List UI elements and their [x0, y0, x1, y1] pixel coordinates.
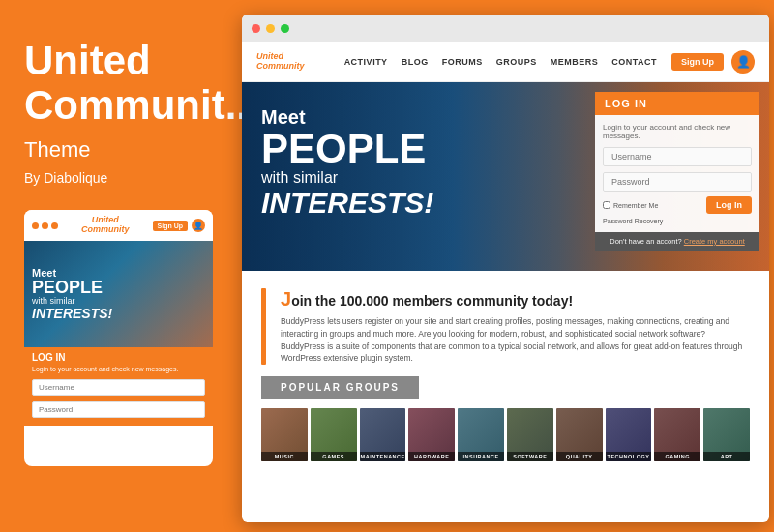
hero-section: Meet PEOPLE with similar INTERESTS! LOG … [242, 82, 769, 271]
mobile-preview: United Community Sign Up 👤 Meet PEOPLE w… [24, 210, 213, 466]
login-footer: Don't have an accont? Create my account [595, 232, 759, 251]
group-technology[interactable]: TECHNOLOGY [606, 408, 652, 461]
join-text: Join the 100.000 members community today… [281, 288, 750, 365]
group-music[interactable]: MUSIC [261, 408, 308, 461]
popular-section: POPULAR GROUPS MUSIC GAMES MAINTENANCE H… [242, 376, 769, 471]
login-desc: Login to your account and check new mess… [603, 123, 752, 140]
group-gaming[interactable]: GAMING [654, 408, 700, 461]
login-button[interactable]: Log In [706, 196, 752, 214]
join-accent [261, 288, 266, 365]
site-nav: United Community ACTIVITY BLOG FORUMS GR… [242, 42, 769, 82]
mobile-nav: Sign Up 👤 [153, 219, 205, 232]
browser-bar [242, 15, 769, 42]
password-input[interactable] [603, 172, 752, 192]
join-section: Join the 100.000 members community today… [242, 271, 769, 376]
dot-red[interactable] [252, 24, 260, 33]
mobile-hero: Meet PEOPLE with similar INTERESTS! [24, 241, 213, 347]
nav-contact[interactable]: CONTACT [611, 57, 657, 67]
create-account-link[interactable]: Create my account [684, 237, 745, 246]
join-title: Join the 100.000 members community today… [281, 288, 750, 310]
browser-preview: United Community ACTIVITY BLOG FORUMS GR… [242, 15, 769, 522]
nav-links: ACTIVITY BLOG FORUMS GROUPS MEMBERS CONT… [344, 57, 657, 67]
nav-forums[interactable]: FORUMS [442, 57, 483, 67]
dot-yellow[interactable] [266, 24, 275, 33]
mobile-dots [32, 222, 58, 229]
groups-grid: MUSIC GAMES MAINTENANCE HARDWARE INSURAN… [261, 408, 750, 461]
group-hardware[interactable]: HARDWARE [408, 408, 455, 461]
username-input[interactable] [603, 147, 752, 166]
nav-activity[interactable]: ACTIVITY [344, 57, 388, 67]
nav-groups[interactable]: GROUPS [496, 57, 537, 67]
nav-members[interactable]: MEMBERS [551, 57, 599, 67]
theme-title: United Communit.. [24, 39, 213, 128]
signup-button[interactable]: Sign Up [671, 53, 724, 71]
group-art[interactable]: ART [703, 408, 750, 461]
group-maintenance[interactable]: MAINTENANCE [360, 408, 406, 461]
left-panel: United Communit.. Theme By Diabolique Un… [0, 0, 237, 532]
nav-blog[interactable]: BLOG [402, 57, 429, 67]
join-desc: BuddyPress lets users register on your s… [281, 315, 750, 365]
mobile-password-input[interactable] [32, 401, 205, 418]
mobile-username-input[interactable] [32, 379, 205, 396]
mobile-signup[interactable]: Sign Up [153, 221, 188, 231]
password-recovery[interactable]: Password Recovery [603, 218, 752, 224]
login-box-title: LOG IN [595, 92, 759, 115]
login-box-body: Login to your account and check new mess… [595, 115, 759, 232]
remember-me-checkbox[interactable] [603, 201, 610, 209]
login-box: LOG IN Login to your account and check n… [595, 92, 759, 251]
mobile-login-box: LOG IN Login to your account and check n… [24, 347, 213, 426]
theme-label: Theme [24, 137, 213, 163]
login-row: Remember Me Log In [603, 196, 752, 214]
group-games[interactable]: GAMES [311, 408, 357, 461]
user-icon[interactable]: 👤 [731, 50, 755, 74]
remember-me-label[interactable]: Remember Me [603, 201, 658, 209]
mobile-user-icon[interactable]: 👤 [192, 219, 205, 232]
site-logo: United Community [256, 52, 305, 72]
mobile-logo: United Community [81, 216, 130, 235]
theme-by: By Diabolique [24, 170, 213, 186]
group-software[interactable]: SOFTWARE [507, 408, 553, 461]
mobile-hero-text: Meet PEOPLE with similar INTERESTS! [32, 267, 112, 321]
group-quality[interactable]: QUALITY [556, 408, 603, 461]
popular-groups-label: POPULAR GROUPS [261, 376, 419, 399]
group-insurance[interactable]: INSURANCE [458, 408, 504, 461]
dot-green[interactable] [281, 24, 289, 33]
